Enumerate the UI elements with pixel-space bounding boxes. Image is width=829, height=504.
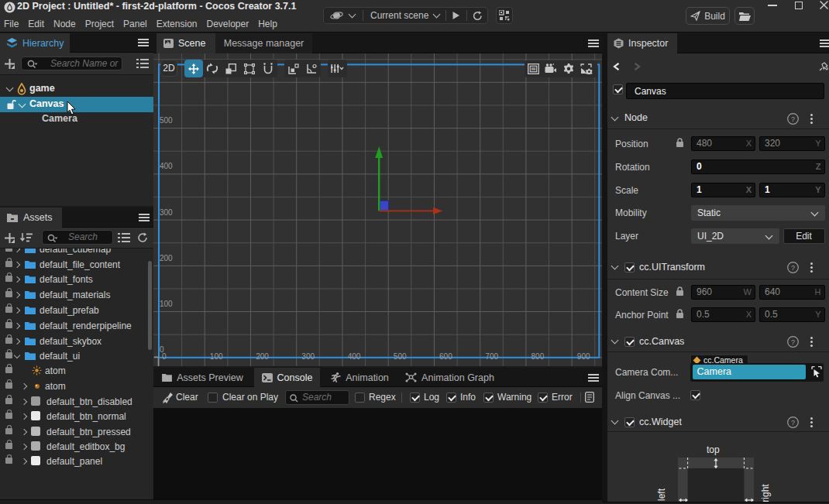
svg-text:800: 800 — [531, 352, 545, 361]
svg-text:500: 500 — [160, 116, 173, 125]
svg-text:0: 0 — [162, 352, 167, 361]
svg-text:700: 700 — [485, 352, 498, 361]
svg-text:?: ? — [791, 338, 795, 346]
svg-text:100: 100 — [160, 300, 173, 308]
svg-text:200: 200 — [256, 352, 269, 361]
svg-text:600: 600 — [439, 352, 452, 361]
svg-text:900: 900 — [577, 352, 590, 361]
svg-text:200: 200 — [160, 254, 173, 262]
svg-text:?: ? — [791, 264, 795, 272]
svg-text:400: 400 — [348, 352, 361, 361]
svg-text:400: 400 — [160, 162, 173, 170]
svg-text:300: 300 — [301, 352, 315, 361]
svg-text:500: 500 — [394, 352, 407, 361]
svg-text:?: ? — [791, 419, 795, 427]
svg-text:300: 300 — [160, 208, 173, 217]
svg-text:100: 100 — [210, 352, 223, 361]
svg-text:?: ? — [791, 115, 795, 123]
